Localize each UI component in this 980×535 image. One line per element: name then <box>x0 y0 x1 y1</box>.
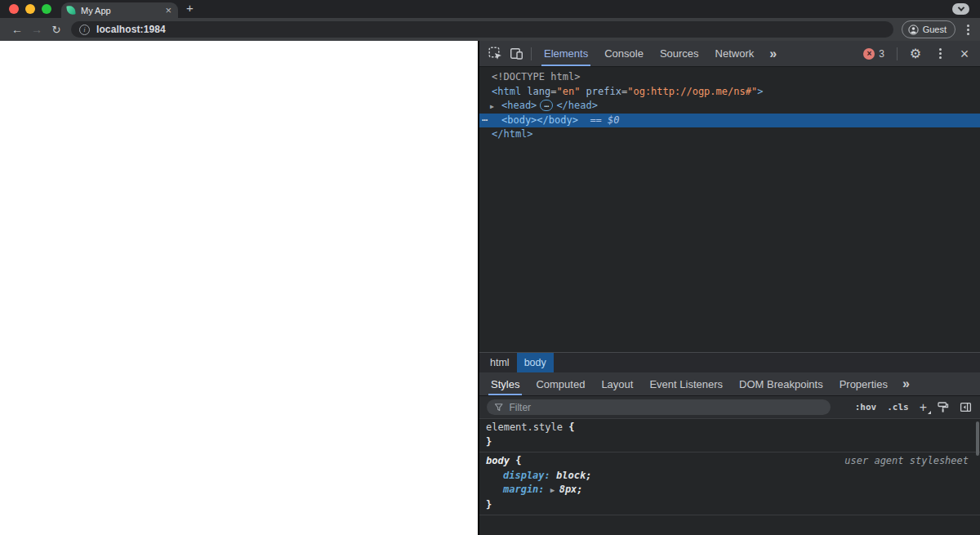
filter-field[interactable] <box>487 399 831 415</box>
rule-open-brace: { <box>510 454 521 469</box>
minimize-window-button[interactable] <box>25 4 35 14</box>
dom-token-doctype: <!DOCTYPE html> <box>492 71 580 82</box>
property-name: display <box>503 469 545 484</box>
collapsed-content-badge[interactable]: … <box>540 100 553 111</box>
dom-token-tag: <body> <box>501 114 537 126</box>
browser-toolbar: ← → ↻ i localhost:1984 Guest <box>0 18 980 41</box>
dom-row-3[interactable]: ⋯<body></body> == $0 <box>479 114 980 128</box>
devtools-toolbar-right: × 3 ⚙ × <box>858 43 975 65</box>
dom-token-val: "og:http://ogp.me/ns#" <box>627 86 757 97</box>
css-property-display[interactable]: display: block; <box>479 469 980 484</box>
dom-row-1[interactable]: <html lang="en" prefix="og:http://ogp.me… <box>479 85 980 100</box>
styles-filter-bar: :hov.cls+ <box>479 396 980 419</box>
rule-header: body {user agent stylesheet <box>479 454 980 469</box>
inspect-element-button[interactable] <box>484 43 506 65</box>
devtools-panel-tabs: ElementsConsoleSourcesNetwork <box>536 41 762 66</box>
dom-token-hint: == $0 <box>578 114 620 126</box>
filter-input[interactable] <box>509 402 823 413</box>
more-panels-button[interactable]: » <box>762 47 783 61</box>
css-property-margin[interactable]: margin: ▶ 8px; <box>479 483 980 498</box>
css-rule-body: body {user agent stylesheetdisplay: bloc… <box>479 453 980 515</box>
styles-tab-properties[interactable]: Properties <box>831 372 896 395</box>
rule-header: element.style { <box>479 421 980 435</box>
issues-badge[interactable]: × 3 <box>858 48 889 60</box>
toggle-element-classes[interactable]: .cls <box>887 402 909 412</box>
toolbar-divider <box>531 47 532 60</box>
back-button[interactable]: ← <box>7 24 27 35</box>
property-colon: : <box>538 483 550 497</box>
device-toolbar-button[interactable] <box>506 43 527 65</box>
property-value: block; <box>556 469 591 484</box>
devtools-tab-network[interactable]: Network <box>707 41 763 66</box>
guest-avatar-icon <box>908 25 919 35</box>
row-menu-ellipsis-icon[interactable]: ⋯ <box>482 114 488 128</box>
rule-close-brace: } <box>479 435 980 450</box>
dom-token-tag: </head> <box>556 100 598 111</box>
style-toggle-group: :hov.cls+ <box>855 401 927 414</box>
error-count: 3 <box>879 48 884 60</box>
dom-token-tag: </html> <box>492 128 533 140</box>
device-toolbar-icon <box>510 47 523 60</box>
window-controls <box>9 4 51 14</box>
more-style-tabs-button[interactable]: » <box>896 372 915 395</box>
forward-button: → <box>27 24 47 35</box>
close-devtools-button[interactable]: × <box>954 43 975 65</box>
address-bar[interactable]: i localhost:1984 <box>71 21 893 38</box>
dom-tree: <!DOCTYPE html><html lang="en" prefix="o… <box>479 67 980 352</box>
styles-tab-event-listeners[interactable]: Event Listeners <box>641 372 731 395</box>
filter-funnel-icon <box>494 403 503 412</box>
fullscreen-window-button[interactable] <box>42 4 51 14</box>
dom-token-tag: <head> <box>501 100 537 111</box>
styles-tab-computed[interactable]: Computed <box>528 372 593 395</box>
url-text[interactable]: localhost:1984 <box>96 24 166 35</box>
styles-tab-dom-breakpoints[interactable]: DOM Breakpoints <box>731 372 831 395</box>
property-colon: : <box>545 469 556 484</box>
styles-tab-styles[interactable]: Styles <box>483 372 528 395</box>
expand-arrow-icon[interactable]: ▶ <box>490 100 494 114</box>
breadcrumb-item-html[interactable]: html <box>483 353 517 372</box>
rule-selector[interactable]: element.style <box>486 421 563 435</box>
devtools-menu-button[interactable] <box>929 43 951 65</box>
devtools-tab-console[interactable]: Console <box>596 41 652 66</box>
styles-tab-layout[interactable]: Layout <box>593 372 641 395</box>
site-info-icon[interactable]: i <box>79 25 90 35</box>
close-window-button[interactable] <box>9 4 19 14</box>
settings-button[interactable]: ⚙ <box>905 43 926 65</box>
devtools-tab-sources[interactable]: Sources <box>652 41 707 66</box>
tab-close-icon[interactable]: × <box>164 5 172 16</box>
rule-close-brace: } <box>479 498 980 513</box>
devtools-toolbar: ElementsConsoleSourcesNetwork » × 3 ⚙ × <box>479 41 980 67</box>
toggle-sidebar-button[interactable] <box>958 397 973 418</box>
reload-button[interactable]: ↻ <box>47 25 66 35</box>
expand-arrow-icon[interactable]: ▶ <box>550 484 559 498</box>
web-page-viewport[interactable] <box>0 41 478 535</box>
rule-open-brace: { <box>563 421 574 435</box>
browser-menu-button[interactable] <box>964 25 973 35</box>
inspect-cursor-icon <box>488 47 502 60</box>
dom-token-val: "en" <box>556 86 580 97</box>
dom-row-4[interactable]: </html> <box>479 127 980 142</box>
dom-row-2[interactable]: ▶<head>…</head> <box>479 99 980 114</box>
dom-token-attr: lang <box>521 86 550 97</box>
dom-token-tag: > <box>757 86 763 97</box>
devtools-tab-elements[interactable]: Elements <box>536 41 596 66</box>
chevron-down-icon <box>957 4 964 11</box>
browser-window: My App × + ← → ↻ i localhost:1984 Guest <box>0 0 980 535</box>
favicon-leaf-icon <box>66 5 75 15</box>
rule-selector[interactable]: body <box>486 454 510 469</box>
browser-tab[interactable]: My App × <box>61 2 178 18</box>
scrollbar-thumb[interactable] <box>976 421 979 456</box>
rendering-emulation-button[interactable] <box>935 397 950 418</box>
new-style-rule[interactable]: + <box>920 401 927 414</box>
toggle-element-state[interactable]: :hov <box>855 402 877 412</box>
new-tab-button[interactable]: + <box>186 2 194 14</box>
kebab-menu-icon <box>936 48 945 59</box>
tab-search-button[interactable] <box>952 3 969 15</box>
styles-tabs-list: StylesComputedLayoutEvent ListenersDOM B… <box>483 372 896 395</box>
profile-button[interactable]: Guest <box>902 20 956 38</box>
breadcrumb-item-body[interactable]: body <box>517 353 554 372</box>
dom-token-tag: <html <box>492 86 521 97</box>
styles-pane-tabs: StylesComputedLayoutEvent ListenersDOM B… <box>479 372 980 396</box>
property-value: 8px; <box>559 483 583 497</box>
dom-row-0[interactable]: <!DOCTYPE html> <box>479 70 980 85</box>
